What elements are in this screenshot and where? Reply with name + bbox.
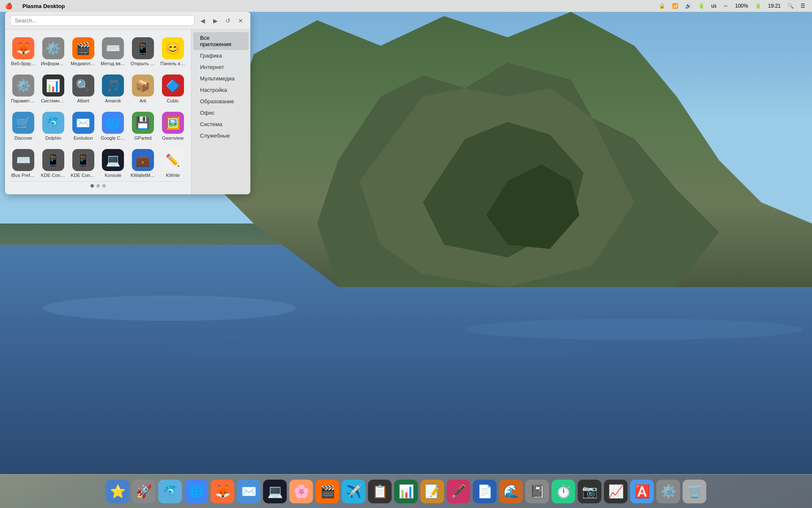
dock-item-firefox[interactable]: 🦊 (211, 480, 234, 503)
launcher-header: ◀ ▶ ↺ ✕ (5, 12, 250, 30)
page-dot-1[interactable] (91, 184, 94, 188)
app-item-chrome[interactable]: 🌐Google Chrome (99, 108, 127, 144)
arrows-icon: ↔ (721, 2, 730, 10)
dock-item-launchpad[interactable]: 🚀 (132, 480, 156, 503)
launcher-apps-area: 🦊Веб-браузер ...⚙️Информация ...🎬Медиапл… (5, 30, 191, 194)
dock-item-taskbar[interactable]: 📋 (368, 480, 392, 503)
app-item-phone[interactable]: 📱Открыть под... (129, 34, 157, 69)
page-dot-3[interactable] (102, 184, 106, 188)
launcher-forward-button[interactable]: ▶ (211, 16, 220, 25)
app-item-params[interactable]: ⚙️Параметры с... (9, 71, 38, 107)
app-item-kdeconnect[interactable]: 📱KDE Connect (39, 146, 68, 181)
app-item-albert[interactable]: 🔍Albert (69, 71, 97, 107)
app-icon-konsole: 💻 (102, 149, 124, 171)
app-label-sysmon: Системный м... (41, 98, 66, 103)
apple-icon[interactable]: 🍎 (5, 3, 12, 9)
network-icon[interactable]: 📶 (670, 2, 680, 10)
app-item-evolution[interactable]: ✉️Evolution (69, 108, 97, 144)
sidebar-category-education[interactable]: Образование (193, 96, 249, 107)
sidebar-category-utilities[interactable]: Служебные (193, 130, 249, 141)
app-item-dolphin[interactable]: 🐬Dolphin (39, 108, 68, 144)
dock-item-curseforge[interactable]: 🌊 (499, 480, 523, 503)
keyboard-layout[interactable]: us (710, 2, 719, 10)
app-icon-kwrite: ✏️ (162, 149, 184, 171)
menu-icon[interactable]: ☰ (799, 2, 807, 10)
zoom-level: 100% (733, 2, 750, 10)
app-icon-phone: 📱 (132, 37, 154, 59)
dock-item-krunner[interactable]: ⭐ (106, 480, 129, 503)
sidebar-category-multimedia[interactable]: Мультимедиа (193, 73, 249, 84)
launcher-back-button[interactable]: ◀ (198, 16, 207, 25)
page-dot-2[interactable] (96, 184, 100, 188)
app-item-kwallet[interactable]: 💼KWalletMana... (129, 146, 157, 181)
sidebar-category-settings[interactable]: Настройка (193, 84, 249, 96)
app-icon-sysmon: 📊 (42, 75, 64, 97)
app-item-vlc[interactable]: 🎬Медиаплеер ... (69, 34, 97, 69)
volume-icon[interactable]: 🔊 (683, 2, 693, 10)
app-item-ibus[interactable]: ⌨️IBus Preferen... (9, 146, 38, 181)
app-label-firefox: Веб-браузер ... (11, 61, 36, 66)
dock-item-notebook[interactable]: 📓 (525, 480, 549, 503)
app-launcher: ◀ ▶ ↺ ✕ 🦊Веб-браузер ...⚙️Информация ...… (5, 12, 250, 194)
dock-item-photos[interactable]: 🌸 (289, 480, 313, 503)
dock-item-mail[interactable]: ✉️ (237, 480, 261, 503)
dock-item-sysmon[interactable]: 📈 (604, 480, 628, 503)
app-label-gparted: GParted (131, 135, 156, 141)
app-icon-gparted: 💾 (132, 112, 154, 134)
dock-item-terminal[interactable]: 💻 (263, 480, 287, 503)
dock-item-appstore[interactable]: 🅰️ (630, 480, 654, 503)
menubar-app-name: Plasma Desktop (22, 3, 65, 9)
app-item-emoji[interactable]: 😊Панель выбо... (159, 34, 187, 69)
app-item-discover[interactable]: 🛒Discover (9, 108, 38, 144)
search-menubar-icon[interactable]: 🔍 (786, 2, 796, 10)
app-item-cubic[interactable]: 🔷Cubic (159, 71, 187, 107)
svg-point-7 (42, 295, 296, 321)
sidebar-category-internet[interactable]: Интернет (193, 61, 249, 73)
app-item-konsole[interactable]: 💻Konsole (99, 146, 127, 181)
launcher-search-input[interactable] (10, 15, 195, 26)
sidebar-category-all[interactable]: Все приложения (193, 32, 249, 50)
app-icon-firefox: 🦊 (12, 37, 34, 59)
dock-item-chrome[interactable]: 🌐 (184, 480, 208, 503)
dock-item-telegram[interactable]: ✈️ (342, 480, 365, 503)
dock-item-excel[interactable]: 📊 (394, 480, 418, 503)
app-icon-emoji: 😊 (162, 37, 184, 59)
app-item-kwrite[interactable]: ✏️KWrite (159, 146, 187, 181)
app-icon-evolution: ✉️ (72, 112, 94, 134)
app-item-firefox[interactable]: 🦊Веб-браузер ... (9, 34, 38, 69)
app-item-amarok[interactable]: 🎵Amarok (99, 71, 127, 107)
app-item-gparted[interactable]: 💾GParted (129, 108, 157, 144)
app-label-gwenview: Gwenview (160, 135, 185, 141)
launcher-refresh-button[interactable]: ↺ (223, 16, 233, 25)
dock-item-trash[interactable]: 🗑️ (683, 480, 706, 503)
app-label-emoji: Панель выбо... (160, 61, 185, 66)
app-item-sysmon[interactable]: 📊Системный м... (39, 71, 68, 107)
dock-item-screenshot[interactable]: 📷 (578, 480, 601, 503)
sidebar-category-graphics[interactable]: Графика (193, 50, 249, 61)
app-item-info[interactable]: ⚙️Информация ... (39, 34, 68, 69)
app-item-kdeconnect2[interactable]: 📱KDE Connect ... (69, 146, 97, 181)
svg-point-8 (465, 319, 804, 340)
dock-item-sysprefs[interactable]: ⚙️ (656, 480, 680, 503)
dock-item-word[interactable]: 📄 (473, 480, 497, 503)
app-item-gwenview[interactable]: 🖼️Gwenview (159, 108, 187, 144)
dock-item-dash[interactable]: 📝 (420, 480, 444, 503)
sidebar-category-office[interactable]: Офис (193, 107, 249, 119)
app-icon-amarok: 🎵 (102, 75, 124, 97)
dock-item-indesign[interactable]: 🖋️ (447, 480, 470, 503)
dock-item-vlc[interactable]: 🎬 (315, 480, 339, 503)
app-label-chrome: Google Chrome (101, 135, 126, 141)
launcher-close-button[interactable]: ✕ (236, 16, 245, 25)
desktop: 🍎 Plasma Desktop 🔒 📶 🔊 🔋 us ↔ 100% 🔋 19:… (0, 0, 812, 508)
sidebar-category-system[interactable]: Система (193, 119, 249, 130)
launcher-pagination (9, 181, 187, 190)
app-label-konsole: Konsole (101, 173, 126, 178)
app-icon-keyboard: ⌨️ (102, 37, 124, 59)
app-icon-dolphin: 🐬 (42, 112, 64, 134)
app-item-ark[interactable]: 📦Ark (129, 71, 157, 107)
dock-item-timing[interactable]: ⏱️ (551, 480, 575, 503)
lock-icon[interactable]: 🔒 (657, 2, 667, 10)
dock-item-finder[interactable]: 🐬 (158, 480, 182, 503)
app-label-albert: Albert (71, 98, 96, 103)
app-item-keyboard[interactable]: ⌨️Метод ввода (99, 34, 127, 69)
